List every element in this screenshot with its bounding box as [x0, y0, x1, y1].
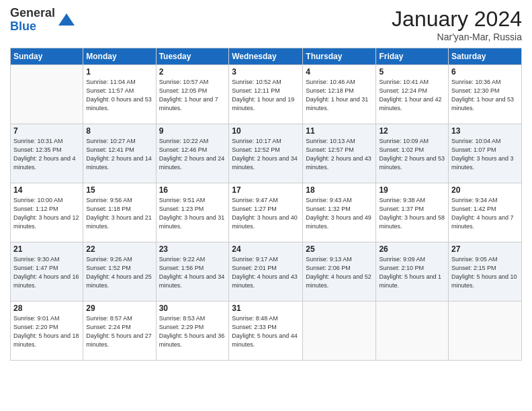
day-number: 3: [232, 67, 300, 77]
calendar-week-3: 14Sunrise: 10:00 AM Sunset: 1:12 PM Dayl…: [11, 183, 522, 242]
day-info: Sunrise: 9:51 AM Sunset: 1:23 PM Dayligh…: [159, 196, 226, 231]
calendar-week-4: 21Sunrise: 9:30 AM Sunset: 1:47 PM Dayli…: [11, 242, 522, 302]
day-number: 14: [13, 185, 80, 195]
calendar-cell: 1Sunrise: 11:04 AM Sunset: 11:57 AM Dayl…: [83, 65, 156, 124]
logo-text: General Blue: [10, 7, 55, 34]
calendar-week-2: 7Sunrise: 10:31 AM Sunset: 12:35 PM Dayl…: [11, 124, 522, 183]
calendar-cell: 14Sunrise: 10:00 AM Sunset: 1:12 PM Dayl…: [11, 183, 83, 242]
day-number: 23: [159, 244, 226, 254]
calendar-cell: 11Sunrise: 10:13 AM Sunset: 12:57 PM Day…: [303, 124, 376, 183]
logo: General Blue: [10, 7, 76, 34]
logo-general: General: [10, 7, 55, 20]
day-info: Sunrise: 9:47 AM Sunset: 1:27 PM Dayligh…: [232, 196, 300, 231]
calendar-cell: 13Sunrise: 10:04 AM Sunset: 1:07 PM Dayl…: [449, 124, 522, 183]
day-number: 30: [159, 304, 226, 313]
calendar-cell: 7Sunrise: 10:31 AM Sunset: 12:35 PM Dayl…: [11, 124, 83, 183]
day-info: Sunrise: 10:27 AM Sunset: 12:41 PM Dayli…: [86, 137, 152, 172]
calendar-cell: 5Sunrise: 10:41 AM Sunset: 12:24 PM Dayl…: [376, 65, 449, 124]
col-wednesday: Wednesday: [229, 48, 303, 65]
calendar-cell: 28Sunrise: 9:01 AM Sunset: 2:20 PM Dayli…: [11, 302, 83, 361]
day-number: 31: [232, 304, 300, 313]
calendar-cell: [376, 302, 449, 361]
calendar-cell: 9Sunrise: 10:22 AM Sunset: 12:46 PM Dayl…: [156, 124, 229, 183]
col-tuesday: Tuesday: [156, 48, 229, 65]
location: Nar'yan-Mar, Russia: [392, 32, 522, 42]
svg-marker-0: [58, 13, 75, 26]
day-number: 9: [159, 126, 226, 136]
day-number: 13: [451, 126, 519, 136]
day-number: 19: [379, 185, 445, 195]
page-container: General Blue January 2024 Nar'yan-Mar, R…: [0, 0, 532, 364]
day-number: 5: [379, 67, 445, 77]
day-number: 12: [379, 126, 445, 136]
day-number: 2: [159, 67, 226, 77]
calendar-cell: 19Sunrise: 9:38 AM Sunset: 1:37 PM Dayli…: [376, 183, 449, 242]
day-info: Sunrise: 9:09 AM Sunset: 2:10 PM Dayligh…: [379, 255, 445, 290]
day-number: 17: [232, 185, 300, 195]
day-info: Sunrise: 10:31 AM Sunset: 12:35 PM Dayli…: [13, 137, 80, 172]
day-info: Sunrise: 10:17 AM Sunset: 12:52 PM Dayli…: [232, 137, 300, 172]
day-number: 16: [159, 185, 226, 195]
calendar-cell: 3Sunrise: 10:52 AM Sunset: 12:11 PM Dayl…: [229, 65, 303, 124]
calendar-cell: [449, 302, 522, 361]
day-info: Sunrise: 9:43 AM Sunset: 1:32 PM Dayligh…: [306, 196, 373, 231]
col-sunday: Sunday: [11, 48, 83, 65]
header: General Blue January 2024 Nar'yan-Mar, R…: [10, 7, 522, 42]
calendar-week-5: 28Sunrise: 9:01 AM Sunset: 2:20 PM Dayli…: [11, 302, 522, 361]
day-number: 22: [86, 244, 152, 254]
calendar-cell: 12Sunrise: 10:09 AM Sunset: 1:02 PM Dayl…: [376, 124, 449, 183]
calendar-cell: 8Sunrise: 10:27 AM Sunset: 12:41 PM Dayl…: [83, 124, 156, 183]
day-info: Sunrise: 9:05 AM Sunset: 2:15 PM Dayligh…: [451, 255, 519, 290]
calendar-cell: 22Sunrise: 9:26 AM Sunset: 1:52 PM Dayli…: [83, 242, 156, 302]
day-info: Sunrise: 10:36 AM Sunset: 12:30 PM Dayli…: [451, 78, 519, 113]
day-info: Sunrise: 9:22 AM Sunset: 1:56 PM Dayligh…: [159, 255, 226, 290]
day-number: 6: [451, 67, 519, 77]
logo-blue: Blue: [10, 20, 55, 34]
day-info: Sunrise: 10:46 AM Sunset: 12:18 PM Dayli…: [306, 78, 373, 113]
day-number: 26: [379, 244, 445, 254]
calendar-cell: 2Sunrise: 10:57 AM Sunset: 12:05 PM Dayl…: [156, 65, 229, 124]
day-number: 1: [86, 67, 152, 77]
day-info: Sunrise: 10:04 AM Sunset: 1:07 PM Daylig…: [451, 137, 519, 172]
day-number: 20: [451, 185, 519, 195]
day-info: Sunrise: 10:09 AM Sunset: 1:02 PM Daylig…: [379, 137, 445, 172]
day-number: 11: [306, 126, 373, 136]
calendar-cell: 23Sunrise: 9:22 AM Sunset: 1:56 PM Dayli…: [156, 242, 229, 302]
day-number: 21: [13, 244, 80, 254]
day-info: Sunrise: 9:17 AM Sunset: 2:01 PM Dayligh…: [232, 255, 300, 290]
calendar-cell: 15Sunrise: 9:56 AM Sunset: 1:18 PM Dayli…: [83, 183, 156, 242]
calendar-cell: 24Sunrise: 9:17 AM Sunset: 2:01 PM Dayli…: [229, 242, 303, 302]
day-number: 24: [232, 244, 300, 254]
calendar-week-1: 1Sunrise: 11:04 AM Sunset: 11:57 AM Dayl…: [11, 65, 522, 124]
day-info: Sunrise: 11:04 AM Sunset: 11:57 AM Dayli…: [86, 78, 152, 113]
calendar-cell: 18Sunrise: 9:43 AM Sunset: 1:32 PM Dayli…: [303, 183, 376, 242]
calendar-cell: 26Sunrise: 9:09 AM Sunset: 2:10 PM Dayli…: [376, 242, 449, 302]
col-saturday: Saturday: [449, 48, 522, 65]
day-info: Sunrise: 9:01 AM Sunset: 2:20 PM Dayligh…: [13, 314, 80, 349]
calendar-cell: 21Sunrise: 9:30 AM Sunset: 1:47 PM Dayli…: [11, 242, 83, 302]
day-number: 25: [306, 244, 373, 254]
col-thursday: Thursday: [303, 48, 376, 65]
day-info: Sunrise: 10:52 AM Sunset: 12:11 PM Dayli…: [232, 78, 300, 113]
calendar-cell: [11, 65, 83, 124]
header-row: Sunday Monday Tuesday Wednesday Thursday…: [11, 48, 522, 65]
calendar-cell: 17Sunrise: 9:47 AM Sunset: 1:27 PM Dayli…: [229, 183, 303, 242]
calendar-cell: 30Sunrise: 8:53 AM Sunset: 2:29 PM Dayli…: [156, 302, 229, 361]
calendar-cell: 10Sunrise: 10:17 AM Sunset: 12:52 PM Day…: [229, 124, 303, 183]
day-info: Sunrise: 10:22 AM Sunset: 12:46 PM Dayli…: [159, 137, 226, 172]
day-info: Sunrise: 10:57 AM Sunset: 12:05 PM Dayli…: [159, 78, 226, 113]
day-info: Sunrise: 8:57 AM Sunset: 2:24 PM Dayligh…: [86, 314, 152, 349]
calendar-cell: 6Sunrise: 10:36 AM Sunset: 12:30 PM Dayl…: [449, 65, 522, 124]
day-number: 8: [86, 126, 152, 136]
day-info: Sunrise: 9:38 AM Sunset: 1:37 PM Dayligh…: [379, 196, 445, 231]
day-number: 4: [306, 67, 373, 77]
calendar-cell: 16Sunrise: 9:51 AM Sunset: 1:23 PM Dayli…: [156, 183, 229, 242]
day-number: 10: [232, 126, 300, 136]
calendar-cell: 27Sunrise: 9:05 AM Sunset: 2:15 PM Dayli…: [449, 242, 522, 302]
day-info: Sunrise: 9:13 AM Sunset: 2:06 PM Dayligh…: [306, 255, 373, 290]
day-number: 7: [13, 126, 80, 136]
calendar-table: Sunday Monday Tuesday Wednesday Thursday…: [10, 48, 522, 361]
day-info: Sunrise: 9:26 AM Sunset: 1:52 PM Dayligh…: [86, 255, 152, 290]
calendar-cell: 31Sunrise: 8:48 AM Sunset: 2:33 PM Dayli…: [229, 302, 303, 361]
day-info: Sunrise: 9:56 AM Sunset: 1:18 PM Dayligh…: [86, 196, 152, 231]
